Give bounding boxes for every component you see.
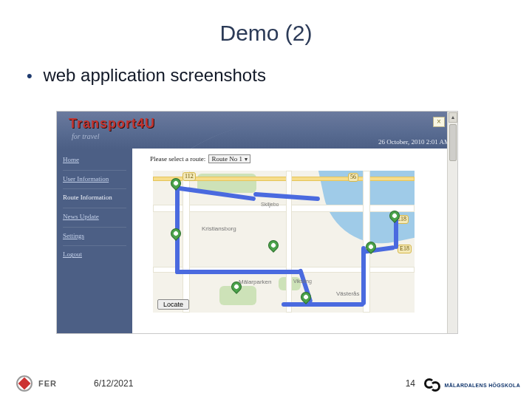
map-pin[interactable] [168, 226, 183, 241]
road-shield: 112 [183, 172, 196, 181]
mdh-logo-icon [424, 377, 440, 393]
map-label: Skiljebo [261, 202, 279, 207]
app-datetime: 26 October, 2010 2:01 AM [378, 138, 450, 146]
route-polyline [361, 246, 366, 305]
bullet-dot: • [27, 66, 33, 85]
route-prompt: Please select a route: [150, 155, 205, 163]
map-road [153, 205, 415, 212]
scrollbar[interactable]: ▴ [447, 112, 457, 333]
map-label: Västerås [336, 290, 360, 297]
embedded-app-screenshot: Transport4U for travel 26 October, 2010 … [56, 111, 458, 334]
map-road [286, 171, 292, 313]
footer-date: 6/12/2021 [94, 378, 133, 389]
route-select[interactable]: Route No 1 [208, 154, 250, 163]
road-shield: E18 [398, 245, 412, 253]
map-label: Viksäng [293, 279, 312, 284]
sidebar: Home User Information Route Information … [57, 149, 132, 333]
fer-logo-text: FER [38, 379, 57, 388]
page-number: 14 [406, 378, 415, 389]
road-shield: 56 [348, 173, 358, 182]
map-road [183, 171, 190, 313]
sidebar-item-user-info[interactable]: User Information [63, 175, 126, 184]
main-panel: Please select a route: Route No 1 112 56… [132, 149, 457, 333]
route-polyline [175, 270, 301, 274]
close-icon[interactable]: × [433, 117, 445, 127]
bullet-text: web application screenshots [43, 65, 266, 85]
mdh-logo: MÄLARDALENS HÖGSKOLA [424, 377, 520, 393]
route-map[interactable]: 112 56 E18 E18 Kristians [153, 171, 415, 313]
locate-button[interactable]: Locate [157, 299, 189, 310]
map-label: Kristiansborg [202, 225, 236, 232]
mdh-logo-text: MÄLARDALENS HÖGSKOLA [445, 383, 520, 388]
fer-logo-icon [15, 374, 34, 393]
scroll-thumb[interactable] [449, 124, 457, 161]
sidebar-item-settings[interactable]: Settings [63, 232, 126, 241]
bullet-line: • web application screenshots [0, 46, 532, 86]
app-header: Transport4U for travel 26 October, 2010 … [57, 112, 457, 149]
route-select-row: Please select a route: Route No 1 [150, 154, 457, 163]
route-polyline [282, 302, 364, 307]
map-pin[interactable] [266, 238, 281, 253]
scroll-up-button[interactable]: ▴ [449, 112, 457, 123]
app-tagline: for travel [72, 132, 100, 140]
slide-footer: FER 6/12/2021 14 MÄLARDALENS HÖGSKOLA [0, 368, 532, 399]
sidebar-item-news[interactable]: News Update [63, 213, 126, 222]
app-logo: Transport4U [69, 116, 155, 132]
sidebar-item-route-info[interactable]: Route Information [63, 194, 126, 202]
sidebar-item-home[interactable]: Home [63, 156, 126, 165]
fer-logo: FER [15, 374, 57, 393]
app-body: Home User Information Route Information … [57, 149, 457, 333]
map-label: Mälarparken [239, 279, 271, 285]
sidebar-item-logout[interactable]: Logout [63, 250, 126, 259]
slide-title: Demo (2) [0, 0, 532, 46]
